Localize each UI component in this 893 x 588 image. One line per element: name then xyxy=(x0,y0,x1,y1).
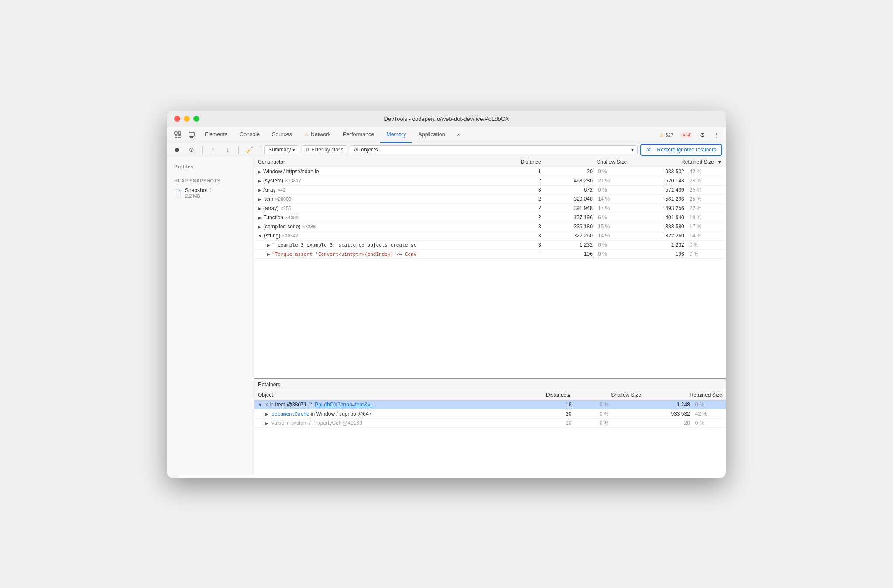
minimize-button[interactable] xyxy=(184,116,190,122)
tab-network[interactable]: ⚠ Network xyxy=(298,127,337,143)
close-button[interactable] xyxy=(174,116,180,122)
tab-right-area: ⚠ 327 ✕ 4 ⚙ ⋮ xyxy=(657,127,722,143)
table-row[interactable]: ▼(string)×16542 3 322 260 14 % 322 260 1… xyxy=(254,231,726,240)
col-header-ret-retained: Retained Size xyxy=(645,390,726,400)
chevron-down-icon: ▾ xyxy=(631,147,634,153)
table-row[interactable]: ▶(compiled code)×7386 3 336 180 15 % 388… xyxy=(254,222,726,231)
expand-icon[interactable]: ▶ xyxy=(258,412,268,416)
link[interactable]: PoLdbOX?anon=true&v... xyxy=(315,402,374,408)
warning-badge: ⚠ 327 xyxy=(657,131,676,139)
collect-button[interactable]: 🧹 xyxy=(243,144,255,155)
svg-rect-3 xyxy=(190,137,193,138)
expand-icon[interactable]: ▶ xyxy=(258,197,261,202)
window-icon: 🗋 xyxy=(308,402,313,408)
tab-application[interactable]: Application xyxy=(412,127,451,143)
summary-dropdown[interactable]: Summary ▾ xyxy=(264,145,299,154)
snapshot-info: Snapshot 1 2.2 MB xyxy=(185,187,212,199)
inspector-icon[interactable] xyxy=(171,127,185,143)
warning-icon: ⚠ xyxy=(304,132,309,138)
chevron-down-icon: ▾ xyxy=(292,147,295,153)
table-row[interactable]: ▶"Torque assert 'Convert<uintptr>(endInd… xyxy=(254,249,726,258)
expand-icon[interactable]: ▶ xyxy=(258,169,261,174)
expand-icon[interactable]: ▼ xyxy=(258,234,262,238)
snapshot-size: 2.2 MB xyxy=(185,193,212,199)
tabbar: Elements Console Sources ⚠ Network Perfo… xyxy=(167,127,726,143)
separator-1 xyxy=(202,146,203,154)
svg-rect-2 xyxy=(189,132,194,136)
snapshot-item[interactable]: 📄 Snapshot 1 2.2 MB xyxy=(167,185,254,201)
col-header-retained: Retained Size ▼ xyxy=(630,157,726,167)
error-icon: ✕ 4 xyxy=(680,132,692,138)
more-options-button[interactable]: ⋮ xyxy=(710,130,722,140)
restore-button[interactable]: ✕≡ Restore ignored retainers xyxy=(640,144,722,156)
expand-icon[interactable]: ▶ xyxy=(267,243,270,248)
restore-icon: ✕≡ xyxy=(646,147,655,153)
main-area: Profiles HEAP SNAPSHOTS 📄 Snapshot 1 2.2… xyxy=(167,157,726,478)
col-header-object: Object xyxy=(254,390,514,400)
retainer-row[interactable]: ▶ documentCache in Window / cdpn.io @647… xyxy=(254,409,726,418)
separator-2 xyxy=(238,146,239,154)
sort-arrow: ▼ xyxy=(717,159,722,165)
table-row[interactable]: ▶Window / https://cdpn.io 1 20 0 % 933 5… xyxy=(254,167,726,176)
sidebar-section: HEAP SNAPSHOTS xyxy=(167,176,254,185)
warning-icon: ⚠ xyxy=(659,132,664,138)
traffic-lights xyxy=(174,116,199,122)
download-button[interactable]: ↓ xyxy=(222,144,234,155)
retainers-table[interactable]: Object Distance▲ Shallow Size Retained S… xyxy=(254,390,726,478)
expand-icon[interactable]: ▶ xyxy=(258,179,261,183)
filter-icon: ⧉ xyxy=(306,147,309,153)
class-dropdown[interactable]: All objects ▾ xyxy=(350,145,638,154)
expand-icon[interactable]: ▶ xyxy=(258,206,261,211)
table-row[interactable]: ▶Array×42 3 672 0 % 571 436 25 % xyxy=(254,185,726,194)
col-header-constructor: Constructor xyxy=(254,157,490,167)
col-header-distance: Distance xyxy=(490,157,545,167)
maximize-button[interactable] xyxy=(193,116,199,122)
table-row[interactable]: ▶Function×4689 2 137 196 6 % 401 940 18 … xyxy=(254,213,726,222)
tab-elements[interactable]: Elements xyxy=(199,127,234,143)
retainer-row-selected[interactable]: ▼ x in Item @38071 🗋 PoLdbOX?anon=true&v… xyxy=(254,400,726,409)
device-icon[interactable] xyxy=(185,127,199,143)
table-row[interactable]: ▶Item×20003 2 320 048 14 % 561 296 25 % xyxy=(254,194,726,203)
tab-console[interactable]: Console xyxy=(234,127,266,143)
col-header-ret-distance: Distance▲ xyxy=(514,390,575,400)
snapshot-name: Snapshot 1 xyxy=(185,187,212,193)
table-row[interactable]: ▶" example 3 example 3: scattered object… xyxy=(254,240,726,249)
link[interactable]: documentCache xyxy=(271,411,309,417)
tab-more[interactable]: » xyxy=(451,127,467,143)
expand-icon[interactable]: ▶ xyxy=(258,188,261,193)
col-header-shallow: Shallow Size xyxy=(545,157,630,167)
devtools-window: DevTools - codepen.io/web-dot-dev/live/P… xyxy=(167,111,726,478)
filter-button[interactable]: ⧉ Filter by class xyxy=(302,145,347,154)
table-row[interactable]: ▶(system)×13817 2 463 280 21 % 620 148 2… xyxy=(254,176,726,185)
retainer-row[interactable]: ▶ value in system / PropertyCell @40163 … xyxy=(254,418,726,427)
settings-button[interactable]: ⚙ xyxy=(696,130,708,140)
window-title: DevTools - codepen.io/web-dot-dev/live/P… xyxy=(384,116,509,122)
svg-rect-0 xyxy=(175,132,177,134)
main-toolbar: ⏺ ⊘ ↑ ↓ 🧹 Summary ▾ ⧉ Filter by class Al… xyxy=(167,143,726,157)
table-row[interactable]: ▶(array)×255 2 391 948 17 % 493 256 22 % xyxy=(254,203,726,213)
expand-icon[interactable]: ▶ xyxy=(258,421,268,426)
content-area: Constructor Distance Shallow Size Retain… xyxy=(254,157,726,478)
sidebar: Profiles HEAP SNAPSHOTS 📄 Snapshot 1 2.2… xyxy=(167,157,254,478)
upload-button[interactable]: ↑ xyxy=(207,144,219,155)
snapshot-icon: 📄 xyxy=(174,189,182,196)
tab-memory[interactable]: Memory xyxy=(380,127,412,143)
tab-sources[interactable]: Sources xyxy=(266,127,298,143)
tab-performance[interactable]: Performance xyxy=(337,127,381,143)
expand-icon[interactable]: ▶ xyxy=(267,252,270,257)
expand-icon[interactable]: ▶ xyxy=(258,215,261,220)
titlebar: DevTools - codepen.io/web-dot-dev/live/P… xyxy=(167,111,726,127)
error-badge: ✕ 4 xyxy=(678,131,694,139)
col-header-ret-shallow: Shallow Size xyxy=(575,390,645,400)
record-button[interactable]: ⏺ xyxy=(171,144,183,155)
separator-3 xyxy=(260,146,260,154)
stop-button[interactable]: ⊘ xyxy=(185,144,198,155)
svg-rect-1 xyxy=(178,132,181,134)
sidebar-title: Profiles xyxy=(167,162,254,173)
retainers-title: Retainers xyxy=(254,379,726,390)
constructor-table[interactable]: Constructor Distance Shallow Size Retain… xyxy=(254,157,726,379)
expand-icon[interactable]: ▶ xyxy=(258,224,261,229)
expand-icon[interactable]: ▼ xyxy=(258,402,262,407)
